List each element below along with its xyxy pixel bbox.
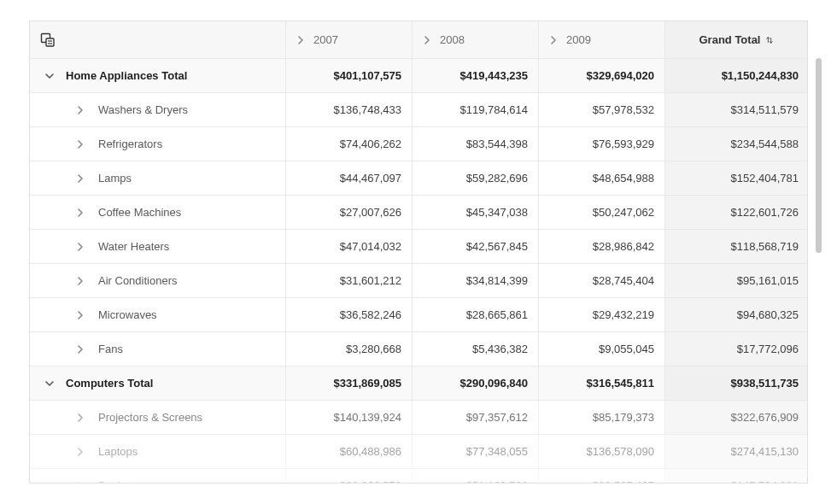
cell-value: $28,745,404: [539, 264, 665, 298]
grand-total-label: Grand Total: [699, 33, 761, 46]
group-header[interactable]: Home Appliances Total: [30, 59, 286, 93]
cell-grand-total: $94,680,325: [665, 298, 808, 332]
sort-icon[interactable]: [765, 36, 774, 44]
row-header[interactable]: Projectors & Screens: [30, 401, 286, 435]
cell-grand-total: $322,676,909: [665, 401, 808, 435]
item-label: Microwaves: [98, 308, 157, 321]
cell-grand-total: $17,772,096: [665, 332, 808, 366]
group-value-2007: $401,107,575: [286, 59, 413, 93]
cell-value: $9,055,045: [539, 332, 665, 366]
column-year-label: 2008: [440, 33, 465, 46]
cell-value: $59,282,696: [413, 161, 539, 196]
cell-value: $47,014,032: [286, 230, 413, 264]
chevron-right-icon[interactable]: [296, 36, 305, 44]
cell-value: $27,007,626: [286, 196, 413, 230]
cell-value: $3,280,668: [286, 332, 413, 366]
column-year-label: 2007: [313, 33, 338, 46]
cell-value: $34,814,399: [413, 264, 539, 298]
chevron-right-icon[interactable]: [423, 36, 431, 44]
cell-value: $48,654,988: [539, 161, 665, 196]
item-label: Coffee Machines: [98, 206, 181, 219]
item-label: Desktops: [98, 479, 144, 483]
cell-value: $28,665,861: [413, 298, 539, 332]
item-label: Fans: [98, 343, 123, 355]
cell-value: $51,160,790: [413, 469, 539, 483]
group-label: Computers Total: [66, 377, 153, 390]
chevron-down-icon[interactable]: [45, 72, 54, 80]
group-header[interactable]: Computers Total: [30, 366, 286, 401]
row-header[interactable]: Microwaves: [30, 298, 286, 332]
row-header[interactable]: Fans: [30, 332, 286, 366]
chevron-right-icon[interactable]: [76, 413, 85, 422]
cell-value: $74,406,262: [286, 127, 413, 161]
cell-value: $31,601,212: [286, 264, 413, 298]
chevron-right-icon[interactable]: [76, 208, 85, 217]
chevron-right-icon[interactable]: [76, 345, 85, 354]
group-value-2007: $331,869,085: [286, 366, 413, 401]
cell-value: $36,582,246: [286, 298, 413, 332]
chevron-right-icon[interactable]: [76, 311, 85, 319]
row-header[interactable]: Washers & Dryers: [30, 93, 286, 127]
chevron-right-icon[interactable]: [76, 243, 85, 251]
cell-value: $119,784,614: [413, 93, 539, 127]
group-value-grand-total: $938,511,735: [665, 366, 808, 401]
cell-value: $136,578,090: [539, 435, 665, 469]
chevron-right-icon[interactable]: [76, 174, 85, 183]
item-label: Water Heaters: [98, 240, 169, 253]
cell-value: $77,348,055: [413, 435, 539, 469]
row-header[interactable]: Laptops: [30, 435, 286, 469]
cell-grand-total: $274,415,130: [665, 435, 808, 469]
item-label: Washers & Dryers: [98, 103, 188, 116]
cell-value: $42,567,845: [413, 230, 539, 264]
chevron-right-icon[interactable]: [76, 277, 85, 285]
item-label: Refrigerators: [98, 138, 162, 150]
row-header[interactable]: Water Heaters: [30, 230, 286, 264]
cell-value: $136,748,433: [286, 93, 413, 127]
group-value-2009: $329,694,020: [539, 59, 665, 93]
cell-grand-total: $122,601,726: [665, 196, 808, 230]
cell-value: $85,179,373: [539, 401, 665, 435]
row-header[interactable]: Desktops: [30, 469, 286, 483]
cell-value: $29,432,219: [539, 298, 665, 332]
item-label: Air Conditioners: [98, 274, 178, 287]
svg-rect-1: [46, 38, 54, 46]
chevron-down-icon[interactable]: [45, 379, 54, 388]
chevron-right-icon[interactable]: [76, 140, 85, 149]
column-header-grand-total[interactable]: Grand Total: [665, 21, 808, 59]
group-value-grand-total: $1,150,244,830: [665, 59, 808, 93]
field-chooser-cell[interactable]: [30, 21, 286, 59]
cell-value: $28,986,842: [539, 230, 665, 264]
chevron-right-icon[interactable]: [76, 482, 85, 484]
cell-value: $57,978,532: [539, 93, 665, 127]
row-header[interactable]: Coffee Machines: [30, 196, 286, 230]
cell-value: $60,488,986: [286, 435, 413, 469]
item-label: Lamps: [98, 172, 132, 185]
cell-value: $97,357,612: [413, 401, 539, 435]
column-header-2007[interactable]: 2007: [286, 21, 413, 59]
cell-grand-total: $152,404,781: [665, 161, 808, 196]
chevron-right-icon[interactable]: [76, 448, 85, 456]
chevron-right-icon[interactable]: [549, 36, 558, 44]
row-header[interactable]: Refrigerators: [30, 127, 286, 161]
cell-value: $44,467,097: [286, 161, 413, 196]
cell-value: $68,066,573: [286, 469, 413, 483]
vertical-scrollbar[interactable]: [816, 58, 822, 253]
column-header-2009[interactable]: 2009: [539, 21, 665, 59]
group-value-2009: $316,545,811: [539, 366, 665, 401]
group-value-2008: $290,096,840: [413, 366, 539, 401]
chevron-right-icon[interactable]: [76, 106, 85, 114]
row-header[interactable]: Lamps: [30, 161, 286, 196]
cell-grand-total: $95,161,015: [665, 264, 808, 298]
cell-value: $76,593,929: [539, 127, 665, 161]
group-value-2008: $419,443,235: [413, 59, 539, 93]
item-label: Projectors & Screens: [98, 411, 202, 424]
cell-value: $28,567,467: [539, 469, 665, 483]
cell-value: $5,436,382: [413, 332, 539, 366]
row-header[interactable]: Air Conditioners: [30, 264, 286, 298]
cell-value: $140,139,924: [286, 401, 413, 435]
cell-grand-total: $314,511,579: [665, 93, 808, 127]
cell-value: $83,544,398: [413, 127, 539, 161]
cell-grand-total: $147,794,831: [665, 469, 808, 483]
field-chooser-icon[interactable]: [40, 32, 56, 48]
column-header-2008[interactable]: 2008: [413, 21, 539, 59]
